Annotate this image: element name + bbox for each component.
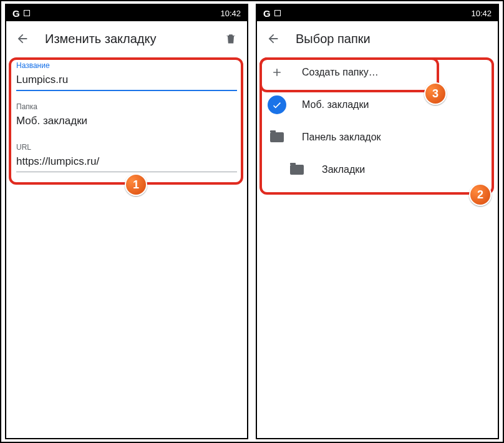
status-time: 10:42 [220,9,241,18]
name-input[interactable] [16,70,237,91]
app-icon [24,10,30,16]
phone-left: G 10:42 Изменить закладку Название Папка… [5,4,248,439]
delete-icon[interactable] [223,31,238,46]
screen-title: Выбор папки [296,32,489,46]
folder-icon [267,127,287,147]
folder-value: Моб. закладки [16,111,237,132]
folder-icon [287,160,307,180]
list-item-bookmarks-bar[interactable]: Панель закладок [257,121,498,153]
url-input[interactable] [16,152,237,172]
check-icon [267,95,287,115]
badge-2: 2 [469,183,492,206]
app-bar: Выбор папки [257,21,498,56]
folder-label: Папка [16,102,237,111]
back-icon[interactable] [266,31,281,46]
name-label: Название [16,61,237,70]
status-bar: G 10:42 [6,5,247,21]
status-bar: G 10:42 [257,5,498,21]
app-icon [274,10,281,16]
status-time: 10:42 [471,9,492,18]
app-bar: Изменить закладку [6,21,247,56]
badge-3: 3 [424,82,447,105]
field-folder[interactable]: Папка Моб. закладки [6,97,247,132]
list-label: Моб. закладки [302,99,369,110]
plus-icon [267,62,287,82]
google-icon: G [12,8,20,19]
url-label: URL [16,143,237,152]
field-name[interactable]: Название [6,56,247,91]
list-item-bookmarks[interactable]: Закладки [257,153,498,186]
field-url[interactable]: URL [6,138,247,172]
list-label: Создать папку… [302,67,379,78]
back-icon[interactable] [15,31,30,46]
phone-right: G 10:42 Выбор папки Создать папку… [256,4,499,439]
screen-title: Изменить закладку [45,32,208,46]
list-label: Панель закладок [302,132,381,143]
badge-1: 1 [125,173,147,196]
list-item-mobile-bookmarks[interactable]: Моб. закладки [257,89,498,121]
list-item-create-folder[interactable]: Создать папку… [257,56,498,89]
google-icon: G [263,8,271,19]
list-label: Закладки [322,164,365,175]
